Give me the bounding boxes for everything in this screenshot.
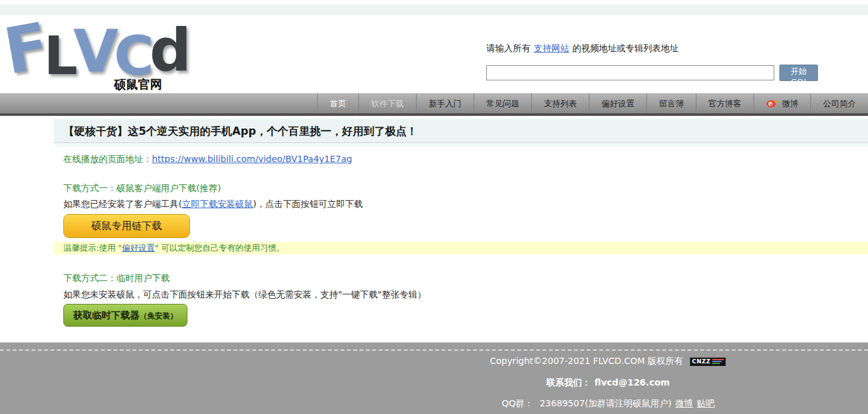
tip-suffix: " 可以定制您自己专有的使用习惯。 xyxy=(155,243,285,253)
method2-desc: 如果您未安装硕鼠，可点击下面按钮来开始下载（绿色无需安装，支持"一键下载"整张专… xyxy=(63,288,868,301)
nav-label: 新手入门 xyxy=(429,98,462,110)
logo-letter: V xyxy=(73,23,114,81)
main-navbar: 首页 软件下载 新手入门 常见问题 支持列表 偏好设置 留言簿 官方博客 微博 … xyxy=(0,93,868,116)
nav-item-supported-list[interactable]: 支持列表 xyxy=(531,94,589,113)
footer-weibo-link[interactable]: 微博 xyxy=(676,398,693,408)
supported-sites-link[interactable]: 支持网站 xyxy=(534,43,569,53)
nav-item-company-profile[interactable]: 公司简介 xyxy=(810,94,868,113)
nav-label: 常见问题 xyxy=(486,98,519,110)
cnzz-badge-label: CNZZ xyxy=(692,359,710,365)
weibo-icon xyxy=(766,97,779,110)
prompt-prefix: 请输入所有 xyxy=(486,43,531,53)
prompt-suffix: 的视频地址或专辑列表地址 xyxy=(572,43,679,53)
cnzz-stats-badge[interactable]: CNZZ xyxy=(689,357,726,367)
nav-item-weibo[interactable]: 微博 xyxy=(753,94,810,113)
site-tagline: 硕鼠官网 xyxy=(114,77,162,93)
main-content: 【硬核干货】这5个逆天实用的手机App，个个百里挑一，好用到了极点！ 在线播放的… xyxy=(0,116,868,342)
nav-label: 微博 xyxy=(782,98,798,110)
temp-downloader-button[interactable]: 获取临时下载器（免安装） xyxy=(63,304,187,327)
method1-heading: 下载方式一：硕鼠客户端用户下载(推荐) xyxy=(63,182,868,194)
method1-desc-suffix: )，点击下面按钮可立即下载 xyxy=(253,199,362,209)
search-row: 开始GO! xyxy=(486,65,818,81)
method1-desc: 如果您已经安装了客户端工具(立即下载安装硕鼠)，点击下面按钮可立即下载 xyxy=(63,198,868,210)
title-sub-strip xyxy=(54,143,868,147)
shuoshu-dedicated-download-button[interactable]: 硕鼠专用链下载 xyxy=(63,214,190,238)
temp-downloader-label: 获取临时下载器 xyxy=(73,310,140,321)
qq-label: QQ群： xyxy=(501,398,533,408)
temp-downloader-sublabel: （免安装） xyxy=(140,311,178,320)
nav-label: 留言簿 xyxy=(659,98,684,110)
logo-letter: L xyxy=(44,29,73,82)
logo-letter: F xyxy=(0,15,49,84)
qq-value: 23689507(加群请注明硕鼠用户) xyxy=(539,398,671,408)
flvcd-logo[interactable]: FLVCd xyxy=(5,18,187,81)
nav-item-software-download[interactable]: 软件下载 xyxy=(358,94,416,113)
cnzz-badge-stripes xyxy=(712,359,724,364)
nav-label: 官方博客 xyxy=(708,98,741,110)
logo-letter: C xyxy=(114,28,149,83)
preferences-link[interactable]: 偏好设置 xyxy=(122,243,155,253)
start-go-button[interactable]: 开始GO! xyxy=(779,65,818,81)
qq-row: QQ群：23689507(加群请注明硕鼠用户)微博贴吧 xyxy=(348,398,868,408)
install-shuoshu-link[interactable]: 立即下载安装硕鼠 xyxy=(182,199,253,209)
source-video-link[interactable]: https://www.bilibili.com/video/BV1Pa4y1E… xyxy=(152,154,352,164)
tip-prefix: 温馨提示:使用 " xyxy=(63,243,122,253)
nav-label: 偏好设置 xyxy=(601,98,634,110)
nav-item-home[interactable]: 首页 xyxy=(317,94,358,113)
top-accent-strip xyxy=(0,4,868,15)
site-footer: Copyright©2007-2021 FLVCD.COM 版权所有CNZZ 联… xyxy=(0,342,868,414)
search-prompt: 请输入所有支持网站的视频地址或专辑列表地址 xyxy=(486,43,818,54)
contact-label: 联系我们： xyxy=(546,377,591,387)
copyright-text: Copyright©2007-2021 FLVCD.COM 版权所有 xyxy=(490,356,683,366)
footer-dashed-divider xyxy=(0,349,868,351)
page-url-line: 在线播放的页面地址：https://www.bilibili.com/video… xyxy=(63,153,868,165)
nav-label: 软件下载 xyxy=(371,98,404,110)
url-search-area: 请输入所有支持网站的视频地址或专辑列表地址 开始GO! xyxy=(486,43,818,81)
nav-item-faq[interactable]: 常见问题 xyxy=(474,94,531,113)
nav-item-beginner-guide[interactable]: 新手入门 xyxy=(416,94,474,113)
nav-label: 首页 xyxy=(330,98,346,110)
nav-item-guestbook[interactable]: 留言簿 xyxy=(646,94,696,113)
method2-heading: 下载方式二：临时用户下载 xyxy=(63,272,868,284)
video-title-bar: 【硬核干货】这5个逆天实用的手机App，个个百里挑一，好用到了极点！ xyxy=(54,119,868,143)
footer-inner: Copyright©2007-2021 FLVCD.COM 版权所有CNZZ 联… xyxy=(348,356,868,408)
tip-strip: 温馨提示:使用 "偏好设置" 可以定制您自己专有的使用习惯。 xyxy=(54,242,868,254)
video-url-input[interactable] xyxy=(486,65,774,80)
footer-tieba-link[interactable]: 贴吧 xyxy=(697,398,715,408)
site-header: FLVCd 硕鼠官网 请输入所有支持网站的视频地址或专辑列表地址 开始GO! xyxy=(0,15,868,93)
nav-item-official-blog[interactable]: 官方博客 xyxy=(696,94,753,113)
method1-desc-prefix: 如果您已经安装了客户端工具( xyxy=(63,199,182,209)
page-url-label: 在线播放的页面地址： xyxy=(63,154,152,164)
nav-label: 公司简介 xyxy=(823,98,856,110)
copyright-row: Copyright©2007-2021 FLVCD.COM 版权所有CNZZ xyxy=(348,356,868,367)
nav-item-preferences[interactable]: 偏好设置 xyxy=(589,94,646,113)
contact-email: flvcd@126.com xyxy=(594,377,670,387)
nav-label: 支持列表 xyxy=(544,98,577,110)
logo-letter: d xyxy=(149,22,187,80)
contact-row: 联系我们：flvcd@126.com xyxy=(348,377,868,387)
